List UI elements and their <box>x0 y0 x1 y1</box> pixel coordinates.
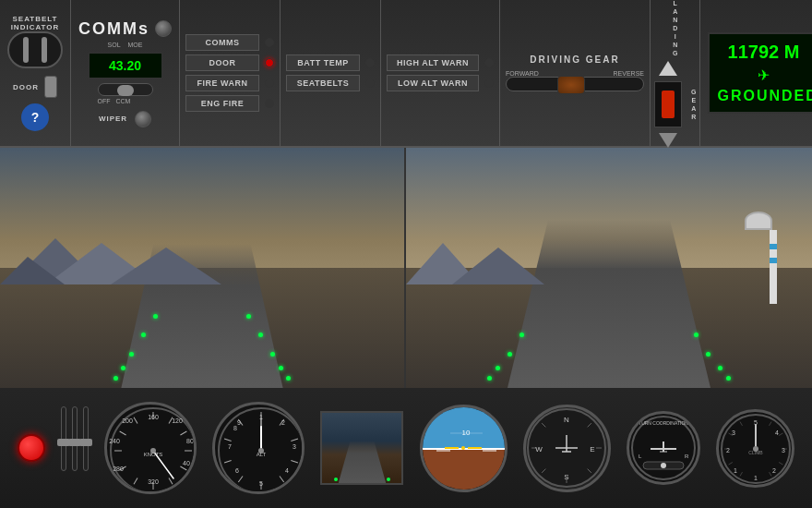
left-runway-lights <box>0 244 404 388</box>
comms-title: COMMs <box>78 19 149 39</box>
seatbelts-label: SEATBELTS <box>286 75 360 91</box>
throttle-track-3 <box>83 406 89 471</box>
throttle-lever-1[interactable] <box>61 406 66 490</box>
gear-up-arrow[interactable] <box>659 61 677 76</box>
help-button[interactable]: ? <box>21 103 49 131</box>
high-alt-light <box>484 58 494 67</box>
wiper-label: WIPER <box>99 115 127 123</box>
seatbelt-indicator-label2: INDICATOR <box>11 23 60 31</box>
batt-temp-btn[interactable]: BATT TEMP <box>286 54 375 71</box>
svg-text:TURN COORDINATION: TURN COORDINATION <box>639 420 688 426</box>
warning-rows-right: HIGH ALT WARN LOW ALT WARN <box>387 54 494 91</box>
comms-warn-light <box>265 38 274 47</box>
seatbelts-btn[interactable]: SEATBELTS <box>286 75 375 91</box>
throttle-lever-3[interactable] <box>83 406 89 490</box>
fire-warn-light <box>265 79 274 88</box>
cockpit-frame <box>0 148 812 388</box>
batt-warn-light <box>365 58 375 67</box>
attitude-indicator: 10 <box>420 405 508 492</box>
svg-text:R: R <box>685 454 689 459</box>
tower-top <box>745 212 772 230</box>
eng-fire-label: ENG FIRE <box>185 95 259 112</box>
ccm-area: OFF CCM <box>98 83 153 104</box>
speedometer-svg: 320 280 240 200 160 120 80 40 KNOTS <box>107 405 197 494</box>
comms-warn-btn[interactable]: COMMS <box>185 34 274 51</box>
svg-text:3: 3 <box>782 447 785 454</box>
slide-switch[interactable] <box>98 83 153 96</box>
svg-text:2: 2 <box>726 447 730 454</box>
svg-text:ALT: ALT <box>257 452 267 457</box>
svg-text:E: E <box>590 445 594 454</box>
eng-fire-btn[interactable]: ENG FIRE <box>185 95 274 112</box>
grounded-status: GROUNDED <box>717 88 809 104</box>
warning-rows-mid: BATT TEMP SEATBELTS <box>286 54 375 91</box>
svg-text:120: 120 <box>172 417 183 424</box>
door-toggle[interactable] <box>44 76 57 98</box>
gear-down-arrow[interactable] <box>659 133 677 148</box>
climb-indicator: 5 4 3 2 1 1 2 3 CLIMB <box>716 409 794 488</box>
ccm-label: CCM <box>116 98 131 104</box>
altitude-display: 11792 M ✈ GROUNDED <box>708 32 812 114</box>
gear-label-chars: G E A R <box>691 88 696 121</box>
low-alt-btn[interactable]: LOW ALT WARN <box>387 75 494 91</box>
door-warn-light <box>265 58 274 67</box>
comms-section: COMMs SOL MOE 43.20 OFF CCM WIPER <box>71 0 180 146</box>
seatbelts-light <box>365 79 375 88</box>
off-label: OFF <box>98 98 111 104</box>
gear-slider[interactable] <box>506 77 644 91</box>
door-label: DOOR <box>13 83 39 91</box>
seatbelt-section: SEATBELT INDICATOR DOOR ? <box>0 0 71 146</box>
left-window <box>0 148 406 388</box>
svg-text:2: 2 <box>281 419 285 426</box>
fire-warn-btn[interactable]: FIRE WARN <box>185 75 274 91</box>
svg-point-78 <box>661 463 666 468</box>
altitude-value: 11792 M <box>717 42 809 63</box>
mode-label: MOE <box>128 42 143 48</box>
svg-text:7: 7 <box>228 443 232 450</box>
svg-text:3: 3 <box>293 443 296 450</box>
throttle-track-2 <box>72 406 78 471</box>
svg-text:N: N <box>564 416 569 424</box>
svg-text:6: 6 <box>235 467 239 474</box>
svg-text:1: 1 <box>734 467 737 474</box>
warn-section-mid: BATT TEMP SEATBELTS <box>281 0 381 146</box>
svg-text:3: 3 <box>732 429 735 436</box>
comms-value: 43.20 <box>109 58 141 73</box>
throttle-lever-2[interactable] <box>72 406 78 490</box>
plane-center <box>461 446 465 450</box>
attitude-plane <box>445 444 482 452</box>
high-alt-label: HIGH ALT WARN <box>387 54 479 71</box>
cockpit-view <box>0 148 812 388</box>
door-row: DOOR <box>13 76 57 98</box>
right-runway-lights <box>406 244 812 388</box>
svg-text:8: 8 <box>233 425 237 431</box>
fire-warn-label: FIRE WARN <box>185 75 259 91</box>
throttle-track-1 <box>61 406 66 471</box>
driving-gear-title: DRIVING GEAR <box>530 54 619 65</box>
svg-text:2: 2 <box>772 467 776 474</box>
tc-svg: TURN COORDINATION L R <box>629 414 698 482</box>
seatbelt-indicator <box>7 31 63 68</box>
svg-text:W: W <box>535 445 543 454</box>
climb-svg: 5 4 3 2 1 1 2 3 CLIMB <box>719 412 794 487</box>
high-alt-btn[interactable]: HIGH ALT WARN <box>387 54 494 71</box>
svg-text:240: 240 <box>109 438 120 444</box>
driving-gear-section: DRIVING GEAR FORWARD REVERSE <box>500 0 651 146</box>
low-alt-light <box>484 79 494 88</box>
wiper-knob[interactable] <box>135 111 151 127</box>
door-warn-btn[interactable]: DOOR <box>185 54 274 71</box>
landing-gear-control: L A N D I N G G E A <box>654 0 696 148</box>
comms-display: 43.20 <box>89 53 162 79</box>
forward-label: FORWARD <box>506 70 539 77</box>
seatbelt-indicator-label: SEATBELT <box>12 15 57 23</box>
throttle-group <box>61 406 89 490</box>
reverse-label: REVERSE <box>614 70 644 77</box>
comms-knob[interactable] <box>155 20 172 37</box>
svg-text:KNOTS: KNOTS <box>144 452 163 457</box>
svg-text:4: 4 <box>775 429 779 436</box>
emergency-button[interactable] <box>18 434 45 462</box>
svg-text:9: 9 <box>237 419 241 426</box>
warning-rows-left: COMMS DOOR FIRE WARN ENG FIRE <box>185 34 274 112</box>
speedometer: 320 280 240 200 160 120 80 40 KNOTS <box>104 402 197 494</box>
gear-handle <box>557 76 585 94</box>
